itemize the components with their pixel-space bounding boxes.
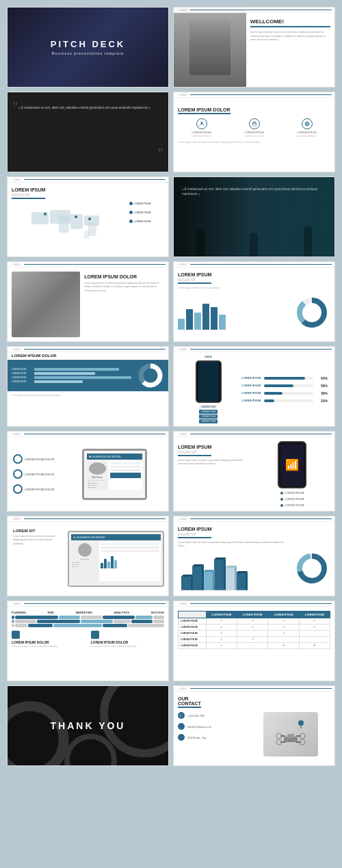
desktop-text: LOREM SIT Lorem ipsum dolor sit amet con… xyxy=(12,526,65,592)
desktop-app-header: ⊕ BUSINESS NETWORK xyxy=(71,534,161,540)
contact-location: 123 Street, City xyxy=(178,734,246,741)
cell-5-2 xyxy=(237,643,268,649)
comparison-content: LOREM IPSUM LOREM IPSUM LOREM IPSUM LORE… xyxy=(174,601,334,681)
header-line xyxy=(190,10,332,10)
mobile-stats-content: DATA LOREM IPSUM LOREM IPSUM LOREM IPSUM… xyxy=(174,347,334,426)
cell-1-3: ✓ xyxy=(268,618,299,624)
phone-label: DATA xyxy=(205,355,212,358)
cross-icon: ✗ xyxy=(313,644,315,647)
tl-label-3: MARKETING xyxy=(76,611,92,614)
slide-13-desktop: — NAME LOREM SIT Lorem ipsum dolor sit a… xyxy=(7,516,169,596)
tl-icon-1 xyxy=(12,631,20,639)
desktop-avatar xyxy=(78,543,92,557)
quote-text: « E modulusam es rem, idem risit, adisal… xyxy=(18,106,163,111)
icon-sublabel-2: Lorem ipsum dolor sit xyxy=(231,135,278,137)
tl-dot-3 xyxy=(12,624,14,627)
check-icon: ✓ xyxy=(282,626,285,629)
cell-4-3 xyxy=(268,637,299,643)
timeline-labels: PLANNING RISK MARKETING ANALYTICS SUCCES… xyxy=(12,611,164,614)
slide-header: — NAME xyxy=(8,432,168,437)
drone-svg xyxy=(270,718,311,752)
stat-track-3 xyxy=(264,392,313,395)
phone-label-4: LOREM IPSUM xyxy=(199,419,218,423)
check-icon: ✓ xyxy=(282,620,285,622)
table-row: LOREM IPSUM ✓ ✓ ✓ ✓ xyxy=(179,618,330,624)
mini-bar-1 xyxy=(101,563,103,568)
pitch-subtitle: Business presentation template xyxy=(51,51,125,55)
contact-text: CONTACT xyxy=(178,701,201,706)
contact-info: ✆ +123 456 789 info@company.com 123 Stre… xyxy=(178,712,246,757)
timeline-row-2 xyxy=(12,620,164,623)
slide-header: — NAME xyxy=(8,177,168,183)
phone-label-3: LOREM IPSUM xyxy=(199,415,218,419)
desktop-content-area xyxy=(99,542,161,581)
team-photo xyxy=(12,272,80,337)
content-bar-1 xyxy=(110,473,141,478)
desktop-app-title: BUSINESS NETWORK xyxy=(77,536,105,539)
cell-3-2 xyxy=(237,631,268,637)
phone-mockup-wifi: 📶 xyxy=(278,441,306,488)
header-label: — NAME xyxy=(176,348,187,351)
phone-label-1: LOREM IPSUM xyxy=(199,405,218,409)
silhouette-1 xyxy=(196,229,205,257)
cell-2-4: ✓ xyxy=(299,624,330,631)
divider xyxy=(88,480,106,481)
header-label: — NAME xyxy=(10,179,21,181)
slide-1-pitch-cover: PITCH DECK Business presentation templat… xyxy=(7,7,169,88)
wifi-dot-1 xyxy=(280,492,283,495)
map-content: LOREM IPSUM DOLOR SIT xyxy=(8,177,168,257)
infographic-teal-bar: LOREM IPSUM LOREM IPSUM LOREM IPSUM LORE… xyxy=(8,360,168,391)
wifi-symbol: 📶 xyxy=(285,458,299,471)
check-icon: ✓ xyxy=(313,626,315,629)
slide-header: — NAME xyxy=(8,347,168,352)
desktop-menu-3: ■ Settings xyxy=(73,566,96,567)
stat-item-3: LOREM IPSUM 38% xyxy=(241,391,328,395)
slide-3-quote: " « E modulusam es rem, idem risit, adis… xyxy=(7,92,169,172)
bar-2 xyxy=(186,309,193,330)
svg-point-1 xyxy=(253,122,255,124)
icon-globe: LOREM IPSUM Lorem ipsum dolor sit xyxy=(283,118,330,137)
slide-2-welcome: — NAME WELLCOME! Lorem ipsum dolor sit a… xyxy=(173,7,335,88)
slide-header: — NAME xyxy=(174,8,334,13)
infographic-footer: Lorem ipsum dolor sit amet consectetur a… xyxy=(12,394,164,397)
desktop-menu-1: ■ Messages xyxy=(73,562,96,563)
table-header-row: LOREM IPSUM LOREM IPSUM LOREM IPSUM LORE… xyxy=(179,611,330,618)
tl-icon-2 xyxy=(91,631,99,639)
close-quote: " xyxy=(158,146,163,161)
header-label: — NAME xyxy=(10,603,21,605)
row-label-4: LOREM IPSUM xyxy=(179,637,207,643)
bar-section: LOREM IPSUM LOREM IPSUM LOREM IPSUM LORE… xyxy=(12,368,133,383)
map-legend: LOREM IPSUM LOREM IPSUM LOREM IPSUM xyxy=(127,202,164,249)
header-label: — NAME xyxy=(176,433,187,436)
stat-label-3: LOREM IPSUM xyxy=(241,391,262,395)
header-line xyxy=(190,434,332,434)
infographic-bar-1: LOREM IPSUM xyxy=(12,368,133,371)
wifi-items: LOREM IPSUM LOREM IPSUM LOREM IPSUM xyxy=(280,491,304,507)
check-icon: ✓ xyxy=(252,620,254,622)
header-label: — NAME xyxy=(176,687,187,690)
pitch-main-title: PITCH DECK xyxy=(51,39,125,49)
header-line xyxy=(190,603,332,604)
desktop-username: Mike Simon xyxy=(73,558,96,560)
header-line xyxy=(190,264,332,265)
table-row: LOREM IPSUM ✓ ✓ xyxy=(179,637,330,643)
svg-point-47 xyxy=(67,737,114,765)
wifi-body: Lorem ipsum dolor sit amet consectetur a… xyxy=(178,459,252,466)
slide-header: — NAME xyxy=(8,262,168,267)
bar-label-4: LOREM IPSUM xyxy=(12,380,32,383)
tablet-screen: ⊕ BUSINESS NETWORK Mike Simon ■ Messages… xyxy=(84,451,145,498)
header-line xyxy=(190,688,332,689)
timeline-row-3 xyxy=(12,624,164,627)
infographic-title: LOREM IPSUM DOLOR xyxy=(12,354,164,358)
legend-dot-3 xyxy=(129,220,133,223)
svg-text:✆: ✆ xyxy=(179,714,182,718)
tl-dot-2 xyxy=(12,620,14,623)
slide-header: — NAME xyxy=(174,516,334,522)
svg-point-45 xyxy=(8,706,64,765)
desktop-main-layout: Mike Simon ■ Messages ■ Contacts ■ Setti… xyxy=(71,542,161,581)
tl-label-1: PLANNING xyxy=(12,611,26,614)
tl-bar-3 xyxy=(81,616,102,619)
business-network-content: LOREM IPSUM DOLOR LOREM IPSUM DOLOR LORE… xyxy=(8,432,168,511)
legend-item-2: LOREM IPSUM xyxy=(129,211,164,214)
phone-text: +123 456 789 xyxy=(187,714,205,718)
